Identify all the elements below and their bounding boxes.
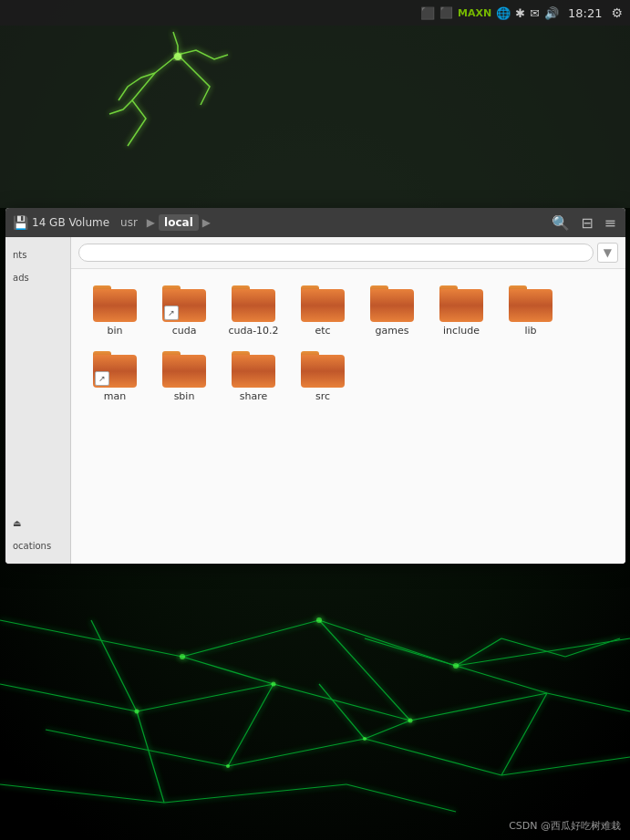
svg-point-34 [453, 663, 459, 669]
folder-cuda-icon: ↗ [162, 285, 206, 322]
nvidia-taskbar-icon: ⬛ [439, 6, 453, 19]
breadcrumb-end-arrow: ▶ [202, 216, 211, 229]
search-input[interactable] [78, 244, 594, 262]
folder-games-icon [370, 285, 414, 322]
window-taskbar-icon: ⬛ [420, 6, 435, 20]
svg-point-32 [180, 654, 185, 659]
folder-bin-label: bin [107, 325, 122, 337]
svg-line-19 [501, 757, 630, 775]
system-time: 18:21 [568, 6, 602, 20]
svg-line-16 [46, 730, 228, 766]
file-manager-window: 💾 14 GB Volume usr ▶ local ▶ 🔍 ⊟ ≡ nts a… [5, 208, 625, 564]
svg-line-8 [137, 684, 274, 711]
svg-line-13 [182, 657, 274, 684]
folder-man-label: man [104, 390, 126, 402]
wifi-taskbar-icon: 🌐 [496, 6, 511, 20]
svg-line-28 [456, 638, 501, 666]
breadcrumb: usr ▶ local ▶ [115, 214, 544, 231]
breadcrumb-local[interactable]: local [159, 214, 199, 231]
svg-line-3 [0, 620, 182, 657]
svg-line-7 [0, 684, 137, 711]
file-manager-sidebar: nts ads ⏏ ocations [5, 237, 71, 564]
breadcrumb-arrow: ▶ [147, 216, 155, 229]
sidebar-eject-button[interactable]: ⏏ [5, 513, 70, 534]
svg-line-21 [164, 784, 346, 803]
folder-cuda-label: cuda [172, 325, 197, 337]
svg-line-17 [228, 739, 365, 766]
symlink-arrow-man-icon: ↗ [95, 371, 109, 386]
svg-point-2 [174, 53, 181, 60]
folder-cuda102-label: cuda-10.2 [228, 325, 278, 337]
eject-icon: ⏏ [13, 518, 21, 528]
svg-point-35 [135, 710, 139, 714]
svg-line-29 [501, 638, 565, 657]
svg-line-26 [501, 693, 547, 775]
folder-cuda102-icon [232, 285, 275, 322]
folder-share[interactable]: share [221, 346, 286, 408]
folder-sbin-label: sbin [174, 390, 195, 402]
folder-src-icon [301, 351, 345, 388]
svg-line-15 [456, 666, 547, 693]
svg-point-38 [226, 764, 230, 768]
svg-line-12 [91, 620, 137, 711]
sidebar-item-ads[interactable]: ads [5, 267, 70, 288]
svg-line-6 [456, 638, 630, 666]
folder-bin[interactable]: bin [82, 280, 148, 342]
folder-etc[interactable]: etc [290, 280, 356, 342]
folder-games[interactable]: games [359, 280, 425, 342]
folder-man[interactable]: ↗ man [82, 346, 148, 408]
folder-etc-icon [301, 285, 345, 322]
svg-point-37 [408, 719, 413, 723]
svg-line-4 [182, 620, 319, 657]
file-grid: bin ↗ cuda cuda- [71, 269, 625, 564]
file-manager-content: ▼ bin ↗ [71, 237, 625, 564]
folder-sbin[interactable]: sbin [151, 346, 217, 408]
folder-include-icon [439, 285, 483, 322]
taskbar-system-icons: ⬛ ⬛ MAXN 🌐 ✱ ✉ 🔊 [420, 6, 559, 20]
drive-icon: 💾 [13, 215, 28, 230]
folder-etc-label: etc [315, 325, 330, 337]
search-dropdown[interactable]: ▼ [597, 243, 618, 263]
svg-line-23 [137, 711, 164, 803]
header-actions: 🔍 ⊟ ≡ [550, 213, 618, 233]
svg-line-31 [319, 684, 365, 739]
search-header-button[interactable]: 🔍 [550, 213, 572, 233]
file-manager-body: nts ads ⏏ ocations ▼ [5, 237, 625, 564]
svg-line-27 [365, 638, 456, 666]
svg-line-30 [565, 638, 620, 657]
breadcrumb-usr[interactable]: usr [115, 214, 143, 231]
taskbar: ⬛ ⬛ MAXN 🌐 ✱ ✉ 🔊 18:21 ⚙ [0, 0, 630, 26]
svg-line-10 [410, 693, 547, 721]
view-toggle-button[interactable]: ⊟ [579, 213, 594, 233]
folder-src-label: src [315, 390, 330, 402]
maxn-label: MAXN [458, 7, 491, 19]
sidebar-item-nts[interactable]: nts [5, 244, 70, 265]
bluetooth-taskbar-icon: ✱ [515, 6, 525, 20]
email-taskbar-icon: ✉ [530, 6, 540, 20]
svg-line-20 [0, 784, 164, 803]
folder-cuda102[interactable]: cuda-10.2 [221, 280, 286, 342]
folder-src[interactable]: src [290, 346, 356, 408]
folder-lib[interactable]: lib [498, 280, 563, 342]
svg-point-39 [363, 737, 367, 741]
settings-icon[interactable]: ⚙ [611, 5, 623, 20]
menu-header-button[interactable]: ≡ [603, 213, 618, 233]
drive-label: 14 GB Volume [32, 216, 109, 229]
folder-include-label: include [443, 325, 480, 337]
svg-line-14 [319, 620, 410, 721]
folder-share-icon [232, 351, 275, 388]
svg-line-5 [319, 620, 456, 666]
watermark: CSDN @西瓜好吃树难栽 [509, 819, 621, 833]
folder-cuda[interactable]: ↗ cuda [151, 280, 217, 342]
svg-line-18 [365, 739, 501, 775]
svg-point-36 [272, 682, 276, 687]
sidebar-item-locations[interactable]: ocations [5, 535, 70, 556]
volume-taskbar-icon: 🔊 [544, 6, 559, 20]
folder-bin-icon [93, 285, 137, 322]
drive-label-group: 💾 14 GB Volume [13, 215, 109, 230]
folder-include[interactable]: include [429, 280, 494, 342]
folder-games-label: games [376, 325, 409, 337]
svg-line-22 [346, 784, 456, 812]
svg-rect-1 [0, 26, 630, 208]
svg-line-11 [547, 693, 630, 711]
